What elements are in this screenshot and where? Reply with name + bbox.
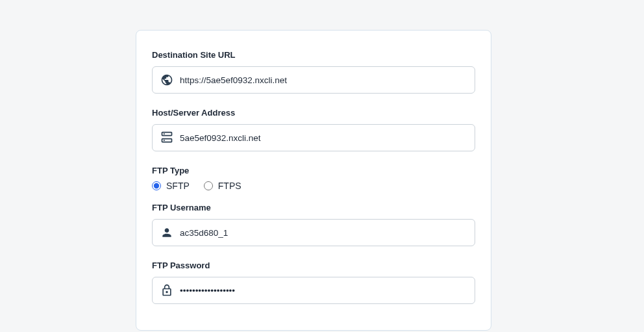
- ftp-username-input[interactable]: [180, 228, 467, 238]
- ftp-password-group: FTP Password: [152, 261, 475, 304]
- ftp-type-sftp-text: SFTP: [166, 181, 190, 191]
- destination-url-input[interactable]: [180, 75, 467, 85]
- destination-url-label: Destination Site URL: [152, 50, 475, 60]
- ftp-type-ftps-radio[interactable]: [204, 181, 213, 190]
- ftp-type-sftp-option[interactable]: SFTP: [152, 181, 190, 191]
- host-address-group: Host/Server Address: [152, 108, 475, 151]
- lock-icon: [160, 284, 173, 297]
- destination-url-input-wrap: [152, 66, 475, 94]
- ftp-username-label: FTP Username: [152, 203, 475, 212]
- host-address-label: Host/Server Address: [152, 108, 475, 118]
- ftp-password-input-wrap: [152, 277, 475, 304]
- ftp-password-label: FTP Password: [152, 261, 475, 270]
- host-address-input-wrap: [152, 124, 475, 151]
- settings-card: Destination Site URL Host/Server Address…: [136, 30, 491, 331]
- ftp-type-label: FTP Type: [152, 166, 475, 175]
- destination-url-group: Destination Site URL: [152, 50, 475, 94]
- server-icon: [160, 131, 173, 144]
- ftp-type-options: SFTP FTPS: [152, 181, 475, 191]
- ftp-type-ftps-option[interactable]: FTPS: [204, 181, 242, 191]
- ftp-type-group: FTP Type SFTP FTPS FTP Username: [152, 166, 475, 246]
- user-icon: [160, 226, 173, 239]
- ftp-password-input[interactable]: [180, 286, 467, 296]
- ftp-username-input-wrap: [152, 219, 475, 246]
- ftp-type-ftps-text: FTPS: [218, 181, 242, 191]
- ftp-type-sftp-radio[interactable]: [152, 181, 161, 190]
- globe-icon: [160, 73, 173, 86]
- host-address-input[interactable]: [180, 133, 467, 143]
